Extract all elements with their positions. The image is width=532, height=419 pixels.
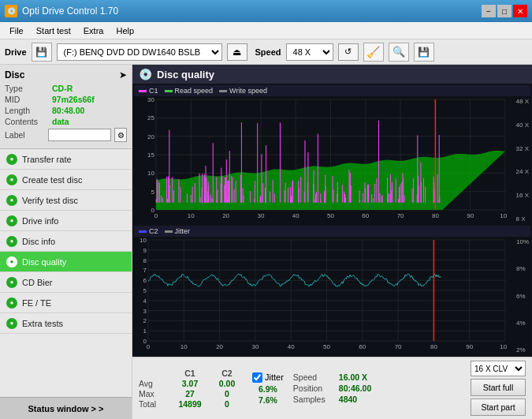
content-title: Disc quality	[157, 69, 214, 80]
sidebar-item-disc-quality[interactable]: ● Disc quality	[0, 252, 132, 272]
type-value: CD-R	[52, 84, 73, 93]
nav-icon-drive-info: ●	[6, 215, 17, 226]
nav-icon-create: ●	[6, 174, 17, 185]
legend-read-label: Read speed	[175, 87, 214, 95]
drive-icon-btn: 💾	[32, 43, 52, 62]
stats-avg-c1: 3.07	[171, 379, 209, 388]
start-part-button[interactable]: Start part	[471, 398, 526, 416]
stats-header-c1: C1	[171, 368, 209, 378]
menu-help[interactable]: Help	[110, 24, 140, 37]
chart2-area: 10% 8% 6% 4% 2%	[134, 237, 530, 355]
refresh-button[interactable]: ↺	[338, 43, 359, 61]
label-icon-btn[interactable]: ⚙	[114, 128, 127, 142]
position-value: 80:46.00	[339, 383, 394, 393]
nav-label-create: Create test disc	[22, 175, 82, 185]
stats-total-label: Total	[139, 399, 169, 409]
save-button[interactable]: 💾	[414, 43, 434, 62]
speed-key: Speed	[293, 372, 336, 382]
chart1-canvas	[134, 96, 507, 224]
maximize-button[interactable]: □	[497, 5, 512, 17]
title-bar-left: 💿 Opti Drive Control 1.70	[5, 5, 118, 17]
content-header: 💿 Disc quality	[132, 65, 532, 84]
status-window-button[interactable]: Status window > >	[0, 397, 132, 419]
start-full-button[interactable]: Start full	[471, 379, 526, 396]
stats-max-c2: 0	[211, 389, 243, 398]
disc-arrow[interactable]: ➤	[119, 69, 127, 80]
stats-empty	[139, 368, 169, 378]
sidebar-item-transfer-rate[interactable]: ● Transfer rate	[0, 149, 132, 170]
nav-icon-extra-tests: ●	[6, 318, 17, 329]
samples-key: Samples	[293, 395, 336, 404]
legend-c1: C1	[139, 87, 158, 95]
menu-bar: File Start test Extra Help	[0, 22, 532, 39]
stats-header-c2: C2	[211, 368, 243, 378]
main-area: Disc ➤ Type CD-R MID 97m26s66f Length 80…	[0, 65, 532, 419]
type-label: Type	[5, 84, 52, 93]
sidebar-item-extra-tests[interactable]: ● Extra tests	[0, 313, 132, 334]
samples-value: 4840	[339, 395, 394, 404]
nav-label-drive-info: Drive info	[22, 216, 58, 226]
legend-read-speed: Read speed	[165, 87, 214, 95]
chart2-canvas	[134, 237, 507, 355]
menu-file[interactable]: File	[3, 24, 30, 37]
label-input[interactable]	[48, 129, 111, 141]
chart1-area: 48 X 40 X 32 X 24 X 16 X 8 X	[134, 96, 530, 224]
nav-icon-verify: ●	[6, 195, 17, 206]
drive-label: Drive	[5, 47, 27, 57]
nav-label-verify: Verify test disc	[22, 196, 78, 205]
jitter-max: 7.6%	[252, 395, 284, 405]
sidebar-item-fe-te[interactable]: ● FE / TE	[0, 293, 132, 313]
drive-select[interactable]: (F:) BENQ DVD DD DW1640 BSLB	[57, 43, 222, 61]
position-key: Position	[293, 383, 336, 393]
nav-icon-fe-te: ●	[6, 297, 17, 309]
nav-label-transfer-rate: Transfer rate	[22, 155, 72, 164]
title-bar: 💿 Opti Drive Control 1.70 − □ ✕	[0, 0, 532, 22]
legend-c1-label: C1	[149, 87, 158, 95]
clv-select[interactable]: 16 X CLV	[471, 361, 526, 376]
stats-bar: C1 C2 Avg 3.07 0.00 Max 27 0 Total 14899…	[132, 357, 532, 419]
nav-icon-transfer-rate: ●	[6, 154, 17, 165]
sidebar-item-disc-info[interactable]: ● Disc info	[0, 231, 132, 252]
mid-label: MID	[5, 95, 52, 104]
sidebar-item-drive-info[interactable]: ● Drive info	[0, 211, 132, 231]
sidebar-item-verify-test-disc[interactable]: ● Verify test disc	[0, 190, 132, 211]
nav-icon-disc-info: ●	[6, 236, 17, 247]
eject-button[interactable]: ⏏	[227, 43, 247, 61]
stats-total-c2: 0	[211, 399, 243, 409]
nav-label-disc-quality: Disc quality	[22, 257, 66, 267]
chart1-y-labels-right: 48 X 40 X 32 X 24 X 16 X 8 X	[516, 96, 529, 224]
disc-label-label: Label	[5, 130, 45, 140]
close-button[interactable]: ✕	[513, 5, 527, 17]
nav-icon-disc-quality: ●	[6, 256, 17, 267]
scan-button[interactable]: 🔍	[389, 43, 409, 62]
speed-position-section: Speed 16.00 X Position 80:46.00 Samples …	[293, 372, 394, 404]
minimize-button[interactable]: −	[482, 5, 496, 17]
stats-max-label: Max	[139, 389, 169, 398]
sidebar-item-cd-bier[interactable]: ● CD Bier	[0, 272, 132, 293]
length-label: Length	[5, 106, 52, 115]
nav-label-fe-te: FE / TE	[22, 298, 51, 308]
jitter-checkbox[interactable]	[252, 372, 262, 383]
sidebar: Disc ➤ Type CD-R MID 97m26s66f Length 80…	[0, 65, 132, 419]
stats-table: C1 C2 Avg 3.07 0.00 Max 27 0 Total 14899…	[139, 368, 243, 409]
legend-write-speed: Write speed	[219, 87, 267, 95]
speed-label: Speed	[255, 47, 281, 57]
disc-quality-icon: 💿	[139, 68, 152, 80]
app-title: Opti Drive Control 1.70	[22, 6, 118, 17]
sidebar-item-create-test-disc[interactable]: ● Create test disc	[0, 170, 132, 190]
speed-value: 16.00 X	[339, 372, 394, 382]
charts-area: C1 Read speed Write speed 48 X	[132, 84, 532, 357]
contents-value: data	[52, 117, 69, 126]
clear-button[interactable]: 🧹	[363, 43, 384, 62]
mid-value: 97m26s66f	[52, 95, 95, 104]
jitter-avg: 6.9%	[252, 384, 284, 394]
menu-start-test[interactable]: Start test	[30, 24, 77, 37]
speed-select[interactable]: 48 X	[286, 43, 333, 61]
window-controls: − □ ✕	[482, 5, 527, 17]
legend-c2-label: C2	[149, 227, 158, 235]
stats-total-c1: 14899	[171, 399, 209, 409]
jitter-checkbox-row: Jitter	[252, 372, 284, 383]
menu-extra[interactable]: Extra	[77, 24, 110, 37]
stats-avg-label: Avg	[139, 379, 169, 388]
disc-title: Disc	[5, 69, 24, 80]
